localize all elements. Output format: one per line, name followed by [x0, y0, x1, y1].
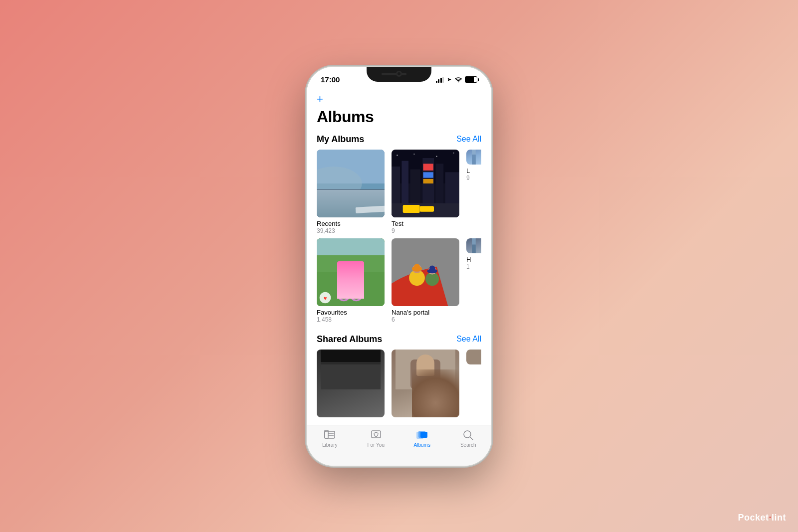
svg-rect-58: [416, 363, 434, 376]
svg-rect-14: [423, 164, 433, 171]
tab-for-you-label: For You: [368, 442, 385, 448]
speaker: [382, 73, 406, 75]
album-thumb-shared-2: [392, 350, 459, 417]
album-count-favourites: 1,458: [317, 316, 385, 323]
svg-line-68: [470, 437, 473, 440]
shared-albums-grid: [307, 350, 491, 417]
nanas-thumb-svg: [392, 238, 459, 306]
my-albums-title: My Albums: [317, 134, 364, 145]
search-tab-icon: [462, 429, 474, 440]
phone-frame: 17:00 ➤ + Albums: [307, 67, 491, 466]
album-count-recents: 39,423: [317, 227, 385, 234]
search-icon: [462, 429, 475, 440]
screen-content: + Albums My Albums See All: [307, 89, 491, 425]
albums-grid-row1: Recents 39,423: [317, 150, 481, 234]
my-albums-header: My Albums See All: [307, 132, 491, 150]
svg-rect-15: [423, 172, 433, 177]
svg-point-22: [436, 156, 437, 157]
albums-icon: [415, 429, 428, 440]
album-count-nanas: 6: [392, 316, 459, 323]
signal-bar-3: [440, 78, 442, 83]
for-you-tab-icon: [370, 429, 382, 440]
partial-h-svg: [466, 238, 481, 253]
svg-text:♥: ♥: [324, 295, 327, 301]
location-arrow-icon: ➤: [447, 76, 451, 83]
watermark-text2: lint: [772, 513, 786, 523]
my-albums-see-all-button[interactable]: See All: [456, 135, 481, 144]
svg-rect-16: [423, 178, 433, 183]
albums-tab-icon: [416, 429, 428, 440]
library-tab-icon: [324, 429, 336, 440]
album-thumb-shared-partial: [466, 350, 481, 364]
camera: [396, 71, 402, 77]
album-name-test: Test: [392, 220, 459, 227]
favourites-thumb-svg: ♥: [317, 238, 385, 306]
signal-bars-icon: [436, 77, 444, 83]
shared1-thumb-svg: [317, 350, 385, 389]
svg-rect-29: [317, 238, 385, 255]
tab-for-you[interactable]: For You: [353, 429, 399, 448]
album-name-favourites: Favourites: [317, 309, 385, 316]
battery-icon: [465, 76, 477, 83]
svg-point-23: [453, 152, 454, 153]
album-test[interactable]: Test 9: [392, 150, 459, 234]
page-title: Albums: [307, 108, 491, 132]
top-bar: +: [307, 89, 491, 108]
svg-line-35: [354, 289, 357, 295]
album-nanas-portal[interactable]: Nana's portal 6: [392, 238, 459, 323]
shared-albums-header: Shared Albums See All: [307, 332, 491, 350]
svg-rect-19: [420, 206, 434, 211]
shared-albums-title: Shared Albums: [317, 334, 382, 345]
shared-albums-see-all-button[interactable]: See All: [456, 335, 481, 344]
signal-bar-2: [438, 79, 439, 83]
album-shared-2[interactable]: [392, 350, 459, 417]
albums-row-1: Recents 39,423: [307, 150, 491, 327]
add-album-button[interactable]: +: [317, 94, 481, 105]
album-shared-partial: [466, 350, 481, 417]
album-name-partial-h: H: [466, 256, 481, 263]
album-favourites[interactable]: ♥ Favourites 1,458: [317, 238, 385, 323]
svg-point-49: [427, 269, 437, 273]
tab-library[interactable]: Library: [307, 429, 353, 448]
partial-l-svg: [466, 150, 481, 165]
battery-fill: [465, 77, 474, 82]
svg-rect-31: [339, 281, 348, 292]
albums-grid-row2: ♥ Favourites 1,458: [317, 238, 481, 323]
svg-point-20: [397, 155, 398, 156]
tab-search-label: Search: [460, 442, 476, 448]
library-icon: [323, 429, 336, 440]
test-thumb-svg: [392, 150, 459, 217]
album-name-recents: Recents: [317, 220, 385, 227]
svg-point-30: [339, 269, 348, 281]
album-name-partial-l: L: [466, 167, 481, 175]
album-count-test: 9: [392, 227, 459, 234]
album-partial-h: H 1: [466, 238, 481, 323]
album-partial-l: L 9: [466, 150, 481, 234]
tab-search[interactable]: Search: [445, 429, 492, 448]
notch: [367, 67, 431, 82]
svg-rect-18: [403, 205, 420, 213]
wifi-icon: [454, 77, 462, 83]
album-count-partial-h: 1: [466, 263, 481, 270]
tab-albums[interactable]: Albums: [399, 429, 445, 448]
svg-rect-3: [317, 200, 385, 217]
tab-library-label: Library: [322, 442, 338, 448]
svg-point-21: [413, 153, 414, 154]
album-thumb-test: [392, 150, 459, 217]
album-thumb-favourites: ♥: [317, 238, 385, 306]
album-thumb-recents: [317, 150, 385, 217]
svg-rect-66: [420, 432, 427, 438]
album-thumb-shared-1: [317, 350, 385, 417]
svg-rect-47: [429, 275, 436, 284]
album-thumb-nanas: [392, 238, 459, 306]
svg-rect-53: [321, 364, 381, 389]
signal-bar-4: [442, 77, 444, 83]
status-icons: ➤: [436, 76, 478, 83]
svg-rect-59: [325, 431, 335, 438]
album-shared-1[interactable]: [317, 350, 385, 417]
for-you-icon: [370, 429, 383, 440]
album-recents[interactable]: Recents 39,423: [317, 150, 385, 234]
svg-rect-25: [472, 155, 476, 165]
watermark-text1: Pocket: [738, 513, 769, 523]
svg-rect-5: [348, 195, 385, 201]
